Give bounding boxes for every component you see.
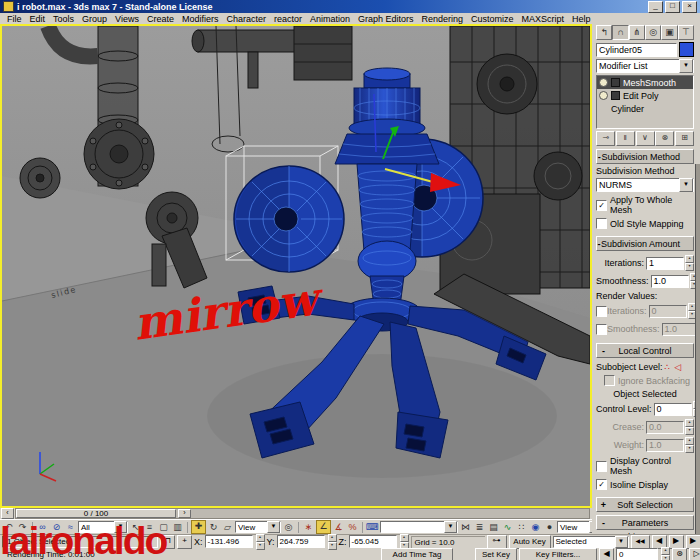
x-spinner[interactable]: ▴▾ bbox=[256, 534, 265, 550]
align-icon[interactable]: ≣ bbox=[473, 521, 486, 533]
keyboard-override-icon[interactable]: ⌨ bbox=[366, 521, 379, 533]
select-and-rotate-icon[interactable]: ↻ bbox=[207, 521, 220, 533]
isoline-display-checkbox[interactable]: ✓ bbox=[596, 479, 607, 490]
collapse-icon[interactable]: - bbox=[597, 346, 610, 356]
material-editor-icon[interactable]: ◉ bbox=[529, 521, 542, 533]
rollout-header[interactable]: - Subdivision Method bbox=[596, 149, 694, 164]
key-mode-icon[interactable]: ⊶ bbox=[487, 535, 507, 549]
add-time-tag-button[interactable]: Add Time Tag bbox=[381, 548, 453, 560]
go-to-start-icon[interactable]: ◀◀ bbox=[631, 535, 650, 549]
pin-stack-icon[interactable]: ⊸ bbox=[596, 131, 615, 146]
menu-graph-editors[interactable]: Graph Editors bbox=[354, 14, 418, 24]
perspective-viewport[interactable]: slide mirrow bbox=[0, 24, 592, 508]
select-and-move-icon[interactable]: ✚ bbox=[191, 520, 206, 534]
select-and-link-icon[interactable]: ∞ bbox=[36, 521, 49, 533]
menu-views[interactable]: Views bbox=[111, 14, 143, 24]
menu-maxscript[interactable]: MAXScript bbox=[518, 14, 569, 24]
iterations-field[interactable]: 1 bbox=[646, 257, 684, 270]
hierarchy-tab-icon[interactable]: ⋔ bbox=[629, 25, 645, 40]
object-color-swatch[interactable] bbox=[679, 42, 694, 57]
stack-item-editpoly[interactable]: Edit Poly bbox=[597, 89, 693, 102]
bulb-icon[interactable] bbox=[599, 91, 608, 100]
vertex-subobject-icon[interactable]: ∴ bbox=[663, 362, 673, 372]
panel-scrollbar[interactable] bbox=[695, 164, 700, 534]
percent-snap-icon[interactable]: % bbox=[346, 521, 359, 533]
play-animation-icon[interactable]: ▶ bbox=[669, 535, 684, 549]
menu-character[interactable]: Character bbox=[222, 14, 270, 24]
schematic-view-icon[interactable]: ∷ bbox=[515, 521, 528, 533]
region-zoom-icon[interactable]: ▷ bbox=[689, 548, 700, 560]
y-spinner[interactable]: ▴▾ bbox=[328, 534, 337, 550]
render-smoothness-checkbox[interactable] bbox=[596, 324, 607, 335]
display-control-mesh-checkbox[interactable] bbox=[596, 461, 607, 472]
window-crossing-icon[interactable]: ▥ bbox=[171, 521, 184, 533]
rollout-header[interactable]: + Soft Selection bbox=[596, 497, 694, 512]
frame-spinner[interactable]: ▴▾ bbox=[661, 547, 670, 560]
configure-modifier-sets-icon[interactable]: ⊞ bbox=[675, 131, 694, 146]
reference-coordinate-dropdown[interactable]: View ▼ bbox=[235, 521, 281, 533]
set-key-button[interactable]: Set Key bbox=[475, 548, 517, 560]
time-slider-track[interactable]: 0 / 100 › bbox=[15, 508, 590, 519]
chevron-down-icon[interactable]: ▼ bbox=[267, 521, 280, 533]
render-iterations-checkbox[interactable] bbox=[596, 306, 607, 317]
curve-editor-icon[interactable]: ∿ bbox=[501, 521, 514, 533]
modify-tab-icon[interactable]: ∩ bbox=[612, 25, 628, 40]
menu-create[interactable]: Create bbox=[143, 14, 178, 24]
rollout-header[interactable]: - Subdivision Amount bbox=[596, 236, 694, 251]
stack-item-meshsmooth[interactable]: MeshSmooth bbox=[597, 76, 693, 89]
minimize-button[interactable]: _ bbox=[648, 1, 663, 13]
remove-modifier-icon[interactable]: ⊗ bbox=[655, 131, 674, 146]
frame-forward-button[interactable]: › bbox=[178, 509, 191, 518]
unlink-selection-icon[interactable]: ⊘ bbox=[50, 521, 63, 533]
chevron-down-icon[interactable]: ▼ bbox=[679, 59, 693, 73]
iterations-spinner[interactable]: ▴▾ bbox=[685, 255, 694, 271]
menu-file[interactable]: File bbox=[3, 14, 26, 24]
key-filters-button[interactable]: Key Filters... bbox=[519, 548, 597, 560]
bind-to-spacewarp-icon[interactable]: ≈ bbox=[64, 521, 77, 533]
named-selection-sets-dropdown[interactable]: ▼ bbox=[380, 521, 458, 533]
current-frame-field[interactable]: 0 bbox=[616, 548, 658, 560]
redo-icon[interactable]: ↷ bbox=[16, 521, 29, 533]
key-selected-dropdown[interactable]: Selected ▼ bbox=[553, 536, 629, 548]
chevron-down-icon[interactable]: ▼ bbox=[679, 178, 693, 192]
render-type-dropdown[interactable]: View ▼ bbox=[557, 521, 592, 533]
select-by-name-icon[interactable]: ≡ bbox=[143, 521, 156, 533]
expand-icon[interactable]: + bbox=[597, 500, 610, 510]
menu-reactor[interactable]: reactor bbox=[270, 14, 306, 24]
menu-customize[interactable]: Customize bbox=[467, 14, 518, 24]
z-coordinate-field[interactable]: -65.045 bbox=[349, 535, 397, 548]
bulb-icon[interactable] bbox=[599, 78, 608, 87]
modifier-list-dropdown[interactable]: Modifier List ▼ bbox=[596, 59, 694, 73]
menu-animation[interactable]: Animation bbox=[306, 14, 354, 24]
menu-edit[interactable]: Edit bbox=[26, 14, 50, 24]
chevron-down-icon[interactable]: ▼ bbox=[589, 521, 592, 533]
angle-snap-icon[interactable]: ∡ bbox=[332, 521, 345, 533]
chevron-down-icon[interactable]: ▼ bbox=[444, 521, 457, 533]
auto-key-button[interactable]: Auto Key bbox=[509, 535, 551, 549]
selection-filter-dropdown[interactable]: All ▼ bbox=[78, 521, 128, 533]
chevron-down-icon[interactable]: ▼ bbox=[114, 521, 127, 533]
menu-help[interactable]: Help bbox=[568, 14, 595, 24]
snap-toggle-3d-icon[interactable]: ∠ bbox=[316, 520, 331, 534]
menu-tools[interactable]: Tools bbox=[49, 14, 78, 24]
smoothness-field[interactable]: 1.0 bbox=[651, 275, 689, 288]
select-object-icon[interactable]: ↖ bbox=[129, 521, 142, 533]
chevron-down-icon[interactable]: ▼ bbox=[615, 536, 628, 548]
rectangular-selection-region-icon[interactable]: ▢ bbox=[157, 521, 170, 533]
motion-tab-icon[interactable]: ◎ bbox=[645, 25, 661, 40]
time-slider-handle[interactable]: 0 / 100 bbox=[16, 509, 176, 518]
key-step-back-icon[interactable]: ◀ bbox=[599, 548, 614, 560]
menu-rendering[interactable]: Rendering bbox=[418, 14, 468, 24]
collapse-icon[interactable]: - bbox=[597, 518, 610, 528]
next-frame-icon[interactable]: ▶ bbox=[686, 535, 700, 549]
time-configuration-icon[interactable]: ⊛ bbox=[672, 548, 687, 560]
stack-item-cylinder[interactable]: Cylinder bbox=[597, 102, 693, 115]
rollout-header[interactable]: - Local Control bbox=[596, 343, 694, 358]
menu-group[interactable]: Group bbox=[78, 14, 111, 24]
frame-back-button[interactable]: ‹ bbox=[1, 508, 14, 519]
show-end-result-icon[interactable]: ‖ bbox=[616, 131, 635, 146]
create-tab-icon[interactable]: ↰ bbox=[596, 25, 612, 40]
use-pivot-center-icon[interactable]: ◎ bbox=[282, 521, 295, 533]
render-scene-icon[interactable]: ● bbox=[543, 521, 556, 533]
rollout-header[interactable]: - Parameters bbox=[596, 515, 694, 530]
